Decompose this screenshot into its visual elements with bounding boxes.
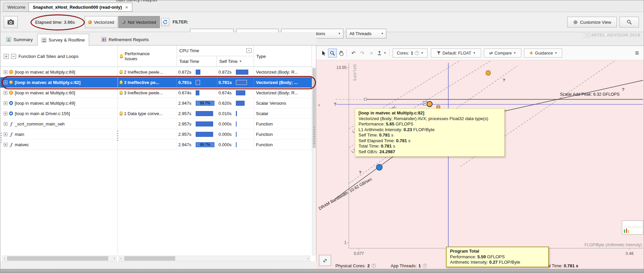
total-time-value: 2.947s (178, 142, 196, 147)
roofline-chart[interactable]: 13.55 1 0.077 0.46 GFLOPS FLOP/Byte (Ari… (316, 60, 644, 273)
tooltip-line: Performance: 5.65 GFLOPS (359, 121, 501, 127)
refresh-icon (163, 20, 168, 24)
column-splitter-handle[interactable] (117, 131, 118, 142)
zoom-tool-button[interactable] (328, 49, 337, 58)
pan-tool-button[interactable] (337, 49, 346, 58)
table-row-selected[interactable]: [loop in matvec at Multiply.c:82] 3 Inef… (0, 77, 312, 88)
hscrollbar-thumb[interactable] (124, 256, 175, 261)
table-row[interactable]: ƒ_scrt_common_main_seh 2.957s 0.000s Fun… (0, 119, 312, 129)
selected-point-plus-badge (423, 101, 427, 105)
help-icon[interactable]: ? (423, 264, 427, 268)
table-row[interactable]: ƒmain 2.957s 0.000s Function (0, 129, 312, 140)
scroll-right-icon[interactable]: › (306, 256, 310, 261)
undo-button[interactable]: ↶ (349, 49, 358, 58)
customize-view-button[interactable]: Customize View (567, 17, 617, 27)
guidance-dropdown[interactable]: Guidance ▼ (524, 49, 562, 58)
data-pane-hscrollbar[interactable]: ‹ › (119, 256, 310, 261)
expand-row-icon[interactable] (4, 70, 7, 74)
help-icon[interactable]: ? (372, 264, 376, 268)
scroll-right-icon[interactable]: › (112, 256, 116, 261)
self-time-bar (236, 90, 245, 95)
roof-help-icon[interactable]: ? (334, 102, 336, 107)
expand-row-icon[interactable] (4, 91, 7, 95)
total-time-column-header[interactable]: Total Time (177, 56, 217, 67)
not-vectorized-filter-button[interactable]: Not Vectorized (118, 16, 160, 28)
self-time-column-header[interactable]: Self Time▼ (217, 56, 254, 67)
function-pane-hscrollbar[interactable]: ‹ › (2, 256, 117, 261)
table-row[interactable]: [loop in matvec at Multiply.c:60] 3 Inef… (0, 88, 312, 98)
tab-summary[interactable]: Summary (2, 34, 37, 45)
table-row[interactable]: [loop in matvec at Multiply.c:69] 2 Inef… (0, 67, 312, 77)
expand-row-icon[interactable] (4, 122, 7, 126)
expand-cpu-columns-icon[interactable]: » (246, 48, 252, 53)
expand-row-icon[interactable] (4, 101, 7, 105)
scatter-point-blue-loop[interactable] (376, 164, 382, 170)
tab-snapshot-label: Snapshot_xHost_Reduction000 (read-only) (33, 5, 122, 10)
chevron-down-icon: ▼ (513, 52, 516, 55)
tooltip-line: Self Elapsed Time: 0.781 s (359, 138, 501, 144)
total-time-value: 0.872s (178, 70, 196, 75)
self-time-bar (236, 70, 248, 75)
expand-row-icon[interactable] (4, 81, 7, 84)
scroll-left-icon[interactable]: ‹ (119, 256, 123, 261)
roof-marker[interactable] (364, 98, 367, 100)
delete-button[interactable]: × (367, 49, 376, 58)
total-time-value: 0.674s (178, 90, 196, 95)
table-row[interactable]: [loop in matvec at Multiply.c:49] 2.947s… (0, 98, 312, 108)
vertical-scrollbar[interactable] (312, 67, 316, 256)
table-row[interactable]: [loop in main at Driver.c:155] 1 Data ty… (0, 108, 312, 119)
vectorized-filter-button[interactable]: Vectorized (85, 16, 118, 28)
redo-button[interactable]: ↷ (358, 49, 367, 58)
scalar-add-peak-label: Scalar Add Peak: 6.32 GFLOPS (560, 92, 620, 97)
export-button[interactable]: ▼ (376, 49, 387, 58)
type-value: Function (254, 129, 312, 139)
hand-icon (338, 50, 344, 56)
hscrollbar-thumb[interactable] (7, 256, 108, 261)
tab-survey-roofline[interactable]: Survey & Roofline (37, 34, 89, 46)
column-splitter[interactable] (118, 46, 118, 256)
expand-row-icon[interactable] (4, 143, 7, 147)
expand-all-button[interactable] (4, 54, 9, 59)
survey-roofline-icon (42, 38, 46, 42)
compare-dropdown[interactable]: ⇄ Compare ▼ (484, 49, 521, 58)
performance-issues-column-header[interactable]: PerformanceIssues (118, 46, 177, 67)
cores-dropdown[interactable]: Cores: 1 ? ▼ (393, 49, 428, 58)
refresh-filter-button[interactable] (161, 18, 169, 26)
self-time-value: 0.781s (218, 80, 236, 85)
search-button[interactable] (620, 17, 639, 27)
delete-icon: × (370, 50, 373, 56)
pointer-tool-button[interactable] (319, 49, 328, 58)
zoom-minimap[interactable] (622, 220, 643, 235)
expand-row-icon[interactable] (4, 132, 7, 136)
scatter-point-orange-loop[interactable] (486, 71, 491, 75)
tab-welcome[interactable]: Welcome (3, 3, 30, 12)
roof-help-icon[interactable]: ? (503, 78, 505, 83)
scatter-point-selected-loop[interactable] (427, 101, 432, 107)
chart-menu-button[interactable]: ≡ (633, 49, 641, 58)
roof-filter-dropdown[interactable]: Default: FLOAT ▼ (431, 49, 481, 58)
collapse-all-button[interactable] (11, 54, 16, 59)
vectorized-loop-icon (9, 70, 13, 74)
scroll-left-icon[interactable]: ‹ (3, 256, 7, 261)
type-column-header[interactable]: Type (254, 46, 312, 67)
application-window: { "window": { "clipped_top_text": "Start… (0, 0, 644, 273)
roof-help-icon[interactable]: ? (359, 170, 362, 175)
type-value: Scalar Versions (254, 98, 312, 108)
tab-refinement-reports[interactable]: Refinement Reports (98, 34, 153, 45)
table-row[interactable]: ƒmatvec 2.947s99.7% 0.000s Function (0, 140, 312, 150)
expand-chart-button[interactable] (319, 255, 331, 266)
panel-splitter-handle[interactable] (314, 127, 315, 144)
tab-snapshot[interactable]: Snapshot_xHost_Reduction000 (read-only) … (28, 3, 132, 12)
cpu-time-column-header[interactable]: CPU Time (179, 48, 199, 53)
self-time-value: 0.620s (218, 101, 236, 106)
roof-help-icon[interactable]: ? (622, 87, 625, 92)
minimap-mark (628, 230, 629, 233)
snapshot-button[interactable] (4, 16, 18, 28)
total-time-value: 2.947s (178, 101, 196, 106)
function-column-header[interactable]: Function Call Sites and Loops (18, 54, 78, 59)
close-tab-icon[interactable]: × (125, 5, 128, 10)
left-pane-splitter-handle[interactable] (1, 133, 2, 143)
filter-threads-dropdown[interactable]: All Threads▼ (346, 29, 386, 38)
grid-rows: [loop in matvec at Multiply.c:69] 2 Inef… (0, 67, 312, 150)
expand-row-icon[interactable] (4, 112, 7, 115)
